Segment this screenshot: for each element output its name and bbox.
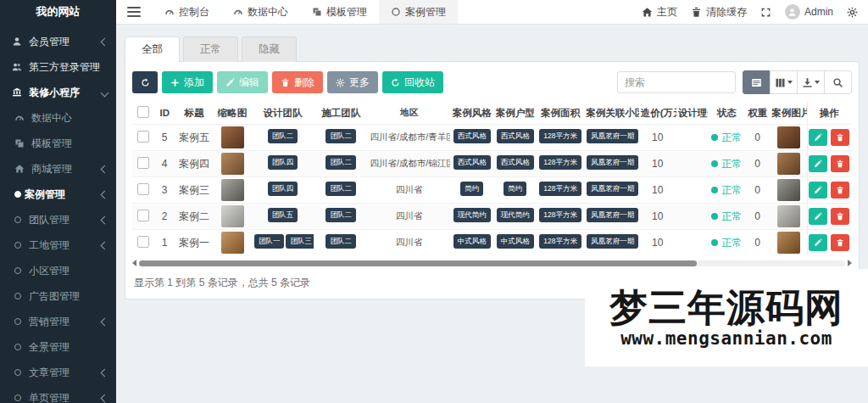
detail-view-button[interactable] <box>743 70 771 94</box>
scroll-right-icon[interactable] <box>848 260 852 266</box>
delete-toolbar-button[interactable]: 删除 <box>272 71 323 93</box>
table-row: 2 案例二 团队五 团队二 四川省 现代简约 现代简约 128平方米 凤凰茗府一… <box>132 203 852 229</box>
value-badge: 凤凰茗府一期 <box>587 234 638 249</box>
delete-button[interactable] <box>831 129 849 146</box>
header-checkbox-cell <box>132 105 153 120</box>
row-checkbox[interactable] <box>137 131 149 143</box>
nav-tab-label: 数据中心 <box>248 5 288 20</box>
more-button[interactable]: 更多 <box>327 71 378 93</box>
edit-toolbar-button[interactable]: 编辑 <box>217 71 268 93</box>
chevron-down-icon <box>101 88 109 97</box>
sidebar-item-工地管理[interactable]: 工地管理 <box>0 232 116 258</box>
cell-house-type: 西式风格 <box>493 127 537 148</box>
cell-build-teams: 团队二 <box>314 180 369 200</box>
users-icon <box>12 62 22 72</box>
hamburger-icon[interactable] <box>127 7 141 17</box>
thumbnail-image <box>221 232 244 254</box>
delete-button[interactable] <box>831 234 849 251</box>
sidebar-item-label: 装修小程序 <box>29 86 102 100</box>
nav-tab-案例管理[interactable]: 案例管理 <box>379 0 458 24</box>
scrollbar-track[interactable] <box>139 260 845 266</box>
pencil-icon <box>225 78 235 87</box>
sidebar-item-装修小程序[interactable]: 装修小程序 <box>0 80 116 105</box>
scroll-left-icon[interactable] <box>132 260 136 266</box>
delete-button[interactable] <box>831 182 849 199</box>
row-checkbox[interactable] <box>137 236 149 248</box>
sidebar-item-数据中心[interactable]: 数据中心 <box>0 105 116 131</box>
sidebar-item-团队管理[interactable]: 团队管理 <box>0 207 116 232</box>
team-badge: 团队二 <box>326 182 356 196</box>
row-checkbox[interactable] <box>137 183 149 195</box>
user-menu[interactable]: Admin <box>785 4 833 20</box>
recycle-icon <box>391 78 400 87</box>
edit-button[interactable] <box>809 208 827 225</box>
fullscreen-icon[interactable] <box>760 7 771 18</box>
sidebar-item-会员管理[interactable]: 会员管理 <box>0 29 116 54</box>
recycle-bin-button[interactable]: 回收站 <box>382 71 443 93</box>
search-input[interactable] <box>617 71 736 93</box>
filter-tab-全部[interactable]: 全部 <box>125 36 180 62</box>
nav-tab-控制台[interactable]: 控制台 <box>153 0 221 24</box>
search-button[interactable] <box>824 70 852 94</box>
sidebar-item-模板管理[interactable]: 模板管理 <box>0 131 116 156</box>
status-badge: 正常 <box>721 132 742 143</box>
edit-button[interactable] <box>809 182 827 199</box>
team-badge: 团队三 <box>286 234 314 249</box>
home-link[interactable]: 主页 <box>642 5 677 20</box>
columns-button[interactable] <box>770 70 798 94</box>
cell-region: 四川省 <box>368 236 450 249</box>
nav-tab-数据中心[interactable]: 数据中心 <box>221 0 300 24</box>
row-checkbox[interactable] <box>137 210 149 221</box>
sidebar-item-广告图管理[interactable]: 广告图管理 <box>0 283 116 309</box>
row-checkbox[interactable] <box>137 157 149 169</box>
filter-tab-正常[interactable]: 正常 <box>183 36 238 62</box>
edit-button[interactable] <box>809 155 827 172</box>
topbar-right: 主页 清除缓存 Admin <box>642 4 868 20</box>
user-icon <box>12 36 22 47</box>
nav-tab-模板管理[interactable]: 模板管理 <box>300 0 379 24</box>
caret-down-icon <box>787 81 793 84</box>
cell-concept <box>676 215 708 217</box>
select-all-checkbox[interactable] <box>137 106 149 118</box>
cell-id: 4 <box>153 157 175 171</box>
sidebar-item-商城管理[interactable]: 商城管理 <box>0 156 116 182</box>
caret-down-icon <box>815 81 820 84</box>
sidebar-item-案例管理[interactable]: 案例管理 <box>0 182 116 207</box>
sidebar-item-单页管理[interactable]: 单页管理 <box>0 385 116 403</box>
scrollbar-thumb[interactable] <box>139 260 697 266</box>
home-icon <box>642 7 653 18</box>
sidebar-item-label: 案例管理 <box>25 188 102 202</box>
sidebar-item-label: 全景管理 <box>29 340 108 355</box>
value-badge: 西式风格 <box>497 129 534 143</box>
value-badge: 现代简约 <box>453 208 491 222</box>
column-header-community: 案例关联小区 <box>584 106 639 120</box>
edit-button[interactable] <box>809 234 827 251</box>
column-header-ops: 操作 <box>807 102 850 124</box>
column-header-cost: 造价(万元) <box>639 106 676 120</box>
circle-icon <box>14 344 21 350</box>
pencil-icon <box>814 238 822 247</box>
search-zone <box>617 70 852 94</box>
sidebar-item-label: 模板管理 <box>31 137 108 151</box>
clear-cache-label: 清除缓存 <box>706 5 747 20</box>
watermark-title: 梦三年源码网 <box>609 287 843 329</box>
sidebar-item-文章管理[interactable]: 文章管理 <box>0 360 116 385</box>
sidebar-item-营销管理[interactable]: 营销管理 <box>0 309 116 334</box>
delete-button[interactable] <box>831 208 849 225</box>
value-badge: 128平方米 <box>539 182 581 196</box>
filter-tab-隐藏[interactable]: 隐藏 <box>242 36 297 62</box>
case-image <box>777 126 800 148</box>
export-button[interactable] <box>797 70 825 94</box>
chevron-left-icon <box>101 241 109 249</box>
sidebar-item-label: 商城管理 <box>31 162 102 176</box>
avatar <box>785 4 800 20</box>
refresh-button[interactable] <box>132 71 158 93</box>
clear-cache-link[interactable]: 清除缓存 <box>691 5 747 20</box>
add-button[interactable]: 添加 <box>162 71 213 93</box>
edit-button[interactable] <box>809 129 827 146</box>
sidebar-item-第三方登录管理[interactable]: 第三方登录管理 <box>0 54 116 80</box>
settings-gear-icon[interactable] <box>847 7 858 18</box>
delete-button[interactable] <box>831 155 849 172</box>
sidebar-item-小区管理[interactable]: 小区管理 <box>0 258 116 283</box>
sidebar-item-全景管理[interactable]: 全景管理 <box>0 334 116 360</box>
